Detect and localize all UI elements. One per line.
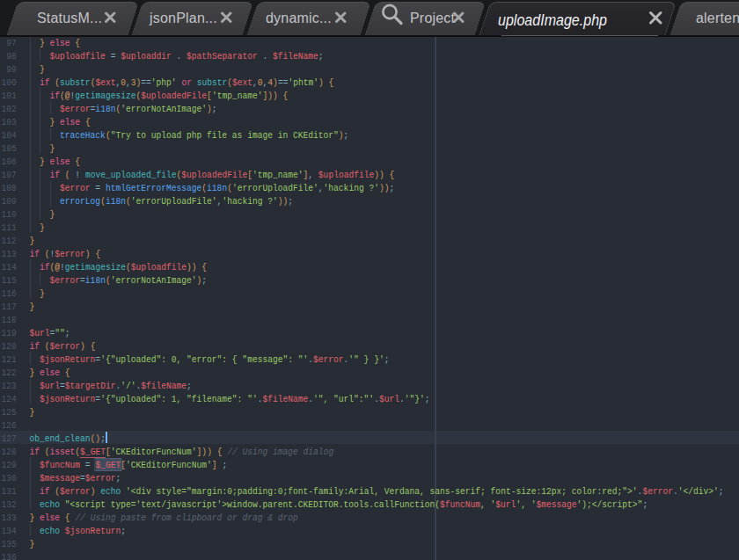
svg-text:StatusM...: StatusM...	[37, 11, 102, 25]
svg-text:Project: Project	[410, 11, 456, 25]
svg-text:alerten: alerten	[696, 11, 739, 25]
svg-text:jsonPlan...: jsonPlan...	[149, 11, 217, 25]
svg-text:uploadImage.php: uploadImage.php	[498, 11, 607, 29]
svg-text:dynamic...: dynamic...	[266, 11, 332, 25]
